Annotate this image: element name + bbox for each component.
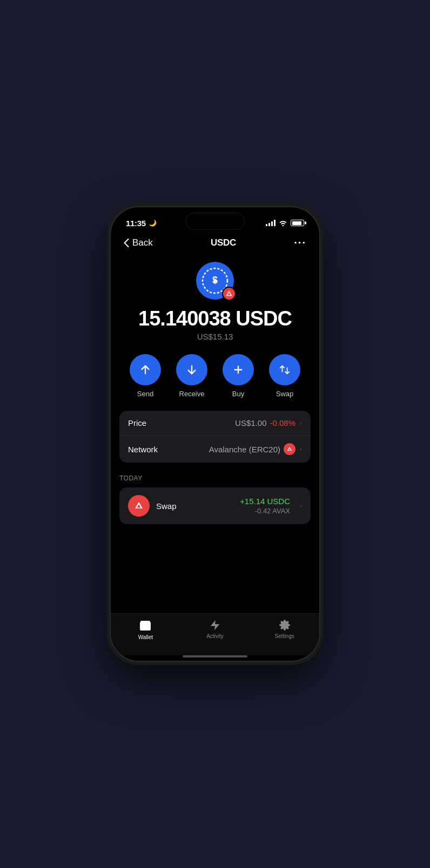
network-badge [222,287,236,301]
price-value-container: US$1.00 -0.08% › [235,418,302,428]
price-chevron-icon: › [300,419,302,427]
home-indicator [183,655,247,657]
wallet-icon [139,619,152,632]
network-row[interactable]: Network Avalanche (ERC20) › [119,436,311,463]
receive-action: Receive [176,354,207,398]
send-icon [139,364,151,376]
activity-card: Swap +15.14 USDC -0.42 AVAX › [119,487,311,524]
nav-item-settings[interactable]: Settings [250,619,319,640]
more-button[interactable]: ··· [294,236,306,249]
network-badge-small [284,443,295,455]
buy-action: Buy [223,354,254,398]
dynamic-island [185,213,245,230]
svg-marker-11 [211,620,220,630]
wifi-icon [279,220,287,226]
balance-usd: US$15.13 [111,332,319,341]
price-row[interactable]: Price US$1.00 -0.08% › [119,411,311,436]
price-label: Price [128,418,146,428]
avalanche-activity-icon [133,500,144,511]
page-title: USDC [211,238,236,248]
activity-name: Swap [156,501,233,511]
network-chevron-icon: › [300,445,302,453]
back-button[interactable]: Back [124,238,153,248]
today-label: TODAY [119,474,311,482]
token-icon-wrapper: $ [196,262,234,300]
activity-positive-amount: +15.14 USDC [240,497,290,506]
svg-text:$: $ [212,275,218,286]
balance-container: 15.140038 USDC US$15.13 [111,308,319,341]
swap-label: Swap [276,390,294,398]
price-change: -0.08% [270,418,295,428]
status-time: 11:35 [126,219,146,228]
send-action: Send [130,354,161,398]
chevron-left-icon [124,239,129,247]
swap-icon [279,364,291,376]
buy-label: Buy [232,390,244,398]
swap-button[interactable] [269,354,300,385]
content-spacer [111,524,319,613]
svg-point-9 [147,625,149,627]
avalanche-badge-icon [225,290,233,297]
settings-icon [279,619,291,631]
network-label: Network [128,445,158,454]
swap-action: Swap [269,354,300,398]
balance-amount: 15.140038 USDC [111,308,319,329]
network-value: Avalanche (ERC20) [209,445,280,454]
info-card: Price US$1.00 -0.08% › Network Avalanche… [119,411,311,463]
battery-icon [291,220,304,226]
activity-section: TODAY Swap +15.14 USDC -0.42 AVAX › [119,474,311,524]
receive-icon [186,364,198,376]
activity-amounts: +15.14 USDC -0.42 AVAX [240,497,290,515]
network-value-container: Avalanche (ERC20) › [209,443,302,455]
activity-nav-label: Activity [206,633,224,639]
activity-chevron-icon: › [300,502,302,510]
nav-bar: Back USDC ··· [111,231,319,254]
nav-item-activity[interactable]: Activity [180,619,250,640]
bottom-nav: Wallet Activity Settings [111,613,319,655]
signal-icon [266,220,276,226]
phone-frame: 11:35 🌙 [110,206,320,662]
wallet-nav-label: Wallet [138,634,153,640]
settings-nav-label: Settings [275,633,294,639]
nav-item-wallet[interactable]: Wallet [111,619,180,640]
price-value: US$1.00 [235,418,266,428]
buy-button[interactable] [223,354,254,385]
token-icon-container: $ [111,262,319,300]
back-label: Back [132,238,153,248]
buy-icon [232,364,244,376]
send-label: Send [137,390,153,398]
list-item[interactable]: Swap +15.14 USDC -0.42 AVAX › [119,487,311,524]
receive-label: Receive [179,390,205,398]
activity-swap-icon [128,495,150,517]
avalanche-network-icon [286,446,293,452]
activity-negative-amount: -0.42 AVAX [240,507,290,515]
moon-icon: 🌙 [149,219,157,227]
receive-button[interactable] [176,354,207,385]
status-icons [266,220,304,226]
action-buttons: Send Receive Buy [111,354,319,398]
send-button[interactable] [130,354,161,385]
activity-icon [209,619,221,631]
phone-screen: 11:35 🌙 [111,207,319,661]
